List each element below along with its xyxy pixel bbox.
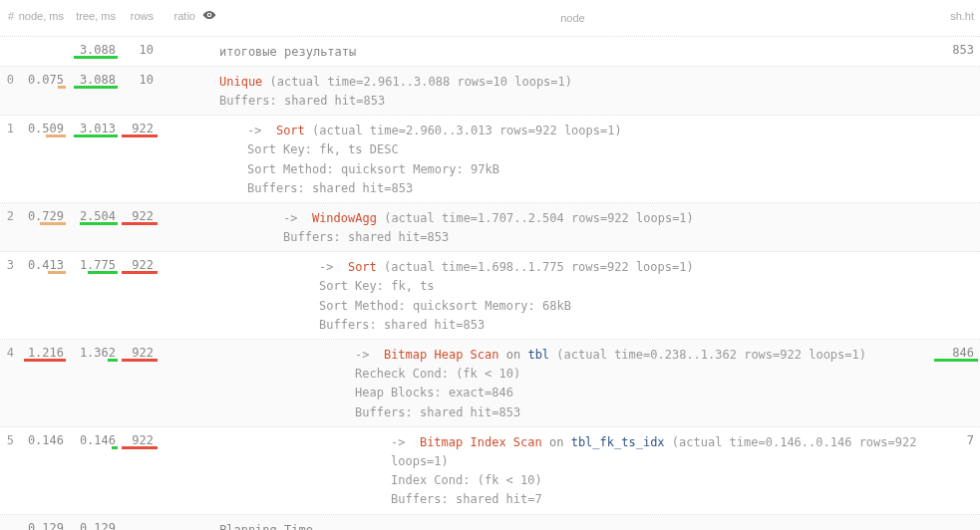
row-body: -> Bitmap Heap Scan on tbl (actual time=… <box>219 340 930 426</box>
plan-row[interactable]: 10.5093.013922-> Sort (actual time=2.960… <box>0 116 980 203</box>
row-rows: 922 <box>120 116 160 135</box>
row-eye <box>199 203 219 207</box>
row-body: -> Sort (actual time=1.698..1.775 rows=9… <box>219 252 930 339</box>
row-ratio <box>160 340 199 346</box>
row-ratio <box>160 203 199 209</box>
f-eye <box>199 515 219 519</box>
row-idx: 5 <box>0 427 16 447</box>
row-ratio <box>160 427 199 433</box>
node-detail: Sort Method: quicksort Memory: 97kB <box>219 160 926 179</box>
row-idx: 1 <box>0 116 16 135</box>
col-shht: sh.ht <box>930 4 980 22</box>
node-detail: Index Cond: (fk < 10) <box>219 471 926 490</box>
row-shht <box>930 67 980 73</box>
row-rows: 922 <box>120 252 160 272</box>
summary-tree-ms: 3.088 <box>68 37 120 57</box>
row-rows: 922 <box>120 427 160 447</box>
node-detail: Sort Key: fk, ts <box>219 277 926 296</box>
node-detail: Recheck Cond: (fk < 10) <box>219 365 926 384</box>
f-tree-ms: 0.129 <box>68 515 120 530</box>
row-tree-ms: 2.504 <box>68 203 120 223</box>
node-detail: Sort Method: quicksort Memory: 68kB <box>219 297 926 316</box>
row-idx: 3 <box>0 252 16 272</box>
row-ratio <box>160 252 199 258</box>
row-eye <box>199 252 219 256</box>
node-detail: Buffers: shared hit=853 <box>219 228 926 247</box>
node-detail: Buffers: shared hit=853 <box>219 316 926 335</box>
summary-label: итоговые результаты <box>219 37 930 66</box>
col-idx: # <box>0 4 16 22</box>
row-tree-ms: 1.775 <box>68 252 120 272</box>
plan-row[interactable]: 41.2161.362922-> Bitmap Heap Scan on tbl… <box>0 340 980 427</box>
row-shht <box>930 116 980 122</box>
row-node-ms: 0.413 <box>16 252 68 272</box>
row-body: -> Bitmap Index Scan on tbl_fk_ts_idx (a… <box>219 427 930 514</box>
col-tree-ms: tree, ms <box>68 4 120 22</box>
row-eye <box>199 67 219 71</box>
f-idx <box>0 515 16 521</box>
footer-row: 0.1290.129Planning Time <box>0 515 980 530</box>
node-title: -> Sort (actual time=1.698..1.775 rows=9… <box>219 258 926 277</box>
row-shht <box>930 203 980 209</box>
row-idx: 0 <box>0 67 16 87</box>
f-rows <box>120 515 160 521</box>
node-title: Unique (actual time=2.961..3.088 rows=10… <box>219 73 926 92</box>
node-detail: Sort Key: fk, ts DESC <box>219 140 926 159</box>
row-rows: 922 <box>120 340 160 360</box>
row-shht: 846 <box>930 340 980 360</box>
node-detail: Buffers: shared hit=7 <box>219 490 926 509</box>
row-ratio <box>160 116 199 122</box>
node-title: -> Bitmap Heap Scan on tbl (actual time=… <box>219 346 926 365</box>
header-row: # node, ms tree, ms rows ratio node sh.h… <box>0 0 980 37</box>
eye-icon[interactable] <box>199 4 219 24</box>
col-ratio: ratio <box>160 4 199 22</box>
node-title: -> Sort (actual time=2.960..3.013 rows=9… <box>219 122 926 140</box>
summary-ratio <box>160 37 199 43</box>
explain-plan-table: # node, ms tree, ms rows ratio node sh.h… <box>0 0 980 530</box>
f-sh <box>930 515 980 521</box>
row-node-ms: 0.146 <box>16 427 68 447</box>
summary-rows: 10 <box>120 37 160 57</box>
row-rows: 10 <box>120 67 160 87</box>
col-rows: rows <box>120 4 160 22</box>
summary-idx <box>0 37 16 43</box>
row-tree-ms: 0.146 <box>68 427 120 447</box>
row-body: Unique (actual time=2.961..3.088 rows=10… <box>219 67 930 115</box>
node-detail: Heap Blocks: exact=846 <box>219 384 926 402</box>
f-ratio <box>160 515 199 521</box>
row-body: -> WindowAgg (actual time=1.707..2.504 r… <box>219 203 930 251</box>
row-tree-ms: 3.013 <box>68 116 120 135</box>
row-node-ms: 1.216 <box>16 340 68 360</box>
plan-row[interactable]: 50.1460.146922-> Bitmap Index Scan on tb… <box>0 427 980 515</box>
row-shht: 7 <box>930 427 980 447</box>
f-label: Planning Time <box>219 515 930 530</box>
node-title: -> WindowAgg (actual time=1.707..2.504 r… <box>219 209 926 228</box>
row-node-ms: 0.075 <box>16 67 68 87</box>
node-title: -> Bitmap Index Scan on tbl_fk_ts_idx (a… <box>219 433 926 471</box>
col-node: node <box>219 4 930 32</box>
node-detail: Buffers: shared hit=853 <box>219 179 926 198</box>
row-tree-ms: 3.088 <box>68 67 120 87</box>
row-eye <box>199 427 219 431</box>
summary-node-ms <box>16 37 68 43</box>
summary-shht: 853 <box>930 37 980 57</box>
node-detail: Buffers: shared hit=853 <box>219 92 926 111</box>
row-eye <box>199 340 219 344</box>
row-node-ms: 0.509 <box>16 116 68 135</box>
plan-row[interactable]: 00.0753.08810Unique (actual time=2.961..… <box>0 67 980 116</box>
row-eye <box>199 116 219 120</box>
node-detail: Buffers: shared hit=853 <box>219 403 926 422</box>
plan-row[interactable]: 30.4131.775922-> Sort (actual time=1.698… <box>0 252 980 340</box>
row-ratio <box>160 67 199 73</box>
row-idx: 4 <box>0 340 16 360</box>
plan-row[interactable]: 20.7292.504922-> WindowAgg (actual time=… <box>0 203 980 252</box>
row-tree-ms: 1.362 <box>68 340 120 360</box>
row-idx: 2 <box>0 203 16 223</box>
f-node-ms: 0.129 <box>16 515 68 530</box>
col-node-ms: node, ms <box>16 4 68 22</box>
row-body: -> Sort (actual time=2.960..3.013 rows=9… <box>219 116 930 202</box>
row-rows: 922 <box>120 203 160 223</box>
row-node-ms: 0.729 <box>16 203 68 223</box>
row-shht <box>930 252 980 258</box>
summary-eye <box>199 37 219 41</box>
